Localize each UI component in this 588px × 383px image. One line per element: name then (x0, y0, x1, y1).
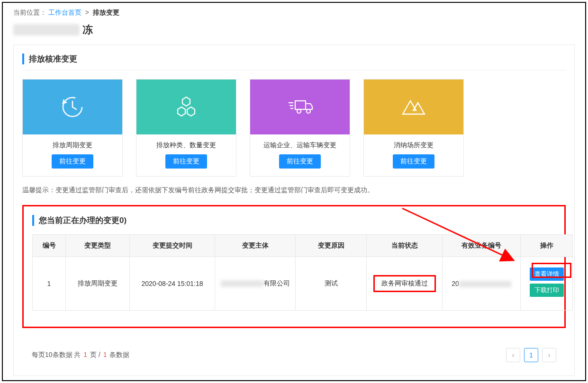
svg-marker-1 (182, 97, 190, 106)
section-approval-title: 排放核准变更 (22, 53, 566, 64)
section-pending-title: 您当前正在办理的变更0) (32, 215, 556, 226)
view-detail-button[interactable]: 查看详情 (530, 267, 564, 281)
redacted-text (13, 24, 80, 36)
col-ops: 操作 (521, 235, 573, 257)
card-type-qty-change: 排放种类、数量变更 前往变更 (136, 79, 236, 177)
tip-label: 温馨提示： (22, 186, 55, 194)
col-reason: 变更原因 (296, 235, 367, 257)
truck-icon (250, 80, 350, 134)
hex-cluster-icon (136, 80, 236, 134)
cell-bizno: 20 (443, 257, 521, 311)
goto-change-button[interactable]: 前往变更 (165, 154, 207, 169)
col-bizno: 有效业务编号 (443, 235, 521, 257)
card-label: 排放周期变更 (51, 134, 94, 154)
svg-marker-2 (178, 107, 185, 116)
cell-bizno-prefix: 20 (452, 280, 459, 287)
divider (22, 70, 566, 71)
card-cycle-change: 排放周期变更 前往变更 (22, 79, 123, 177)
page-title: 冻 (3, 20, 585, 45)
page-title-suffix: 冻 (82, 23, 93, 37)
card-label: 排放种类、数量变更 (154, 134, 218, 154)
breadcrumb: 当前位置： 工作台首页 > 排放变更 (3, 3, 585, 20)
pagination-summary: 每页10条数据 共 1 页 / 1 条数据 (32, 351, 129, 359)
redacted-text (459, 281, 511, 287)
breadcrumb-label: 当前位置： (13, 9, 46, 16)
goto-change-button[interactable]: 前往变更 (52, 154, 93, 169)
card-row: 排放周期变更 前往变更 排放种类、数量变更 前往变更 (22, 79, 566, 177)
col-time: 变更提交时间 (130, 235, 215, 257)
pending-changes-section: 您当前正在办理的变更0) 编号 变更类型 变更提交时间 变更主体 变更原因 当前… (22, 205, 566, 328)
breadcrumb-current: 排放变更 (93, 9, 119, 16)
download-print-button[interactable]: 下载打印 (530, 284, 564, 297)
cell-ops: 查看详情 下载打印 (521, 257, 573, 311)
cell-subject: 有限公司 (215, 257, 296, 311)
tip-text: 温馨提示：变更通过监管部门审查后，还需依据下发编号前往政务网提交审批；变更通过监… (22, 186, 566, 195)
breadcrumb-sep: > (85, 9, 89, 16)
cell-type: 排放周期变更 (66, 257, 130, 311)
table-row: 1 排放周期变更 2020-08-24 15:01:18 有限公司 测试 政务网… (33, 257, 573, 311)
col-type: 变更类型 (66, 235, 130, 257)
cell-subject-suffix: 有限公司 (263, 279, 290, 287)
content-panel: 排放核准变更 排放周期变更 前往变更 (13, 45, 575, 376)
tip-body: 变更通过监管部门审查后，还需依据下发编号前往政务网提交审批；变更通过监管部门审查… (55, 186, 374, 194)
card-disposal-site-change: 消纳场所变更 前往变更 (363, 79, 464, 177)
pager-page-1-button[interactable]: 1 (524, 348, 538, 362)
table-header-row: 编号 变更类型 变更提交时间 变更主体 变更原因 当前状态 有效业务编号 操作 (33, 235, 573, 257)
cell-status: 政务网审核通过 (367, 257, 443, 311)
pending-changes-table: 编号 变更类型 变更提交时间 变更主体 变更原因 当前状态 有效业务编号 操作 … (32, 234, 573, 311)
goto-change-button[interactable]: 前往变更 (393, 154, 434, 169)
redacted-text (221, 280, 263, 287)
svg-rect-4 (295, 101, 306, 109)
pager-next-button[interactable]: › (542, 348, 556, 362)
col-subject: 变更主体 (215, 235, 296, 257)
col-status: 当前状态 (367, 235, 443, 257)
status-highlight-box: 政务网审核通过 (373, 275, 436, 292)
clock-icon (23, 80, 122, 134)
card-label: 消纳场所变更 (392, 134, 435, 154)
page-frame: 当前位置： 工作台首页 > 排放变更 冻 排放核准变更 排放周期变更 前往变更 (2, 2, 586, 381)
pager: ‹ 1 › (506, 348, 556, 362)
card-label: 运输企业、运输车辆变更 (262, 134, 338, 154)
total-pages: 1 (83, 351, 87, 358)
svg-point-6 (307, 109, 310, 113)
svg-marker-3 (187, 107, 195, 116)
svg-point-5 (297, 109, 301, 113)
cell-time: 2020-08-24 15:01:18 (130, 257, 215, 311)
breadcrumb-home-link[interactable]: 工作台首页 (48, 9, 81, 16)
total-records: 1 (103, 351, 107, 358)
cell-reason: 测试 (296, 257, 367, 311)
pagination-row: 每页10条数据 共 1 页 / 1 条数据 ‹ 1 › (27, 338, 561, 362)
col-id: 编号 (33, 235, 66, 257)
goto-change-button[interactable]: 前往变更 (279, 154, 321, 169)
pager-prev-button[interactable]: ‹ (506, 348, 520, 362)
cell-id: 1 (33, 257, 66, 311)
card-transport-change: 运输企业、运输车辆变更 前往变更 (250, 79, 350, 177)
mountain-icon (364, 80, 463, 134)
